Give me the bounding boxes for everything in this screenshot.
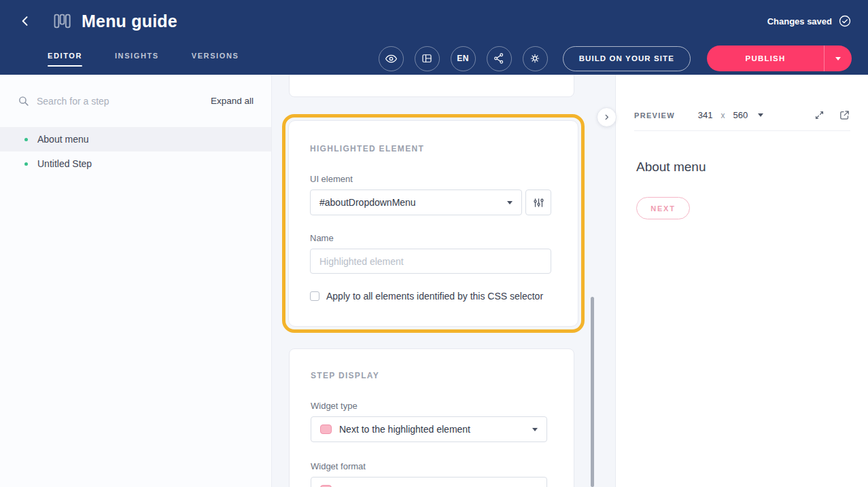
chevron-down-icon bbox=[507, 201, 513, 204]
navbar-actions-row: EDITOR INSIGHTS VERSIONS EN bbox=[16, 42, 852, 75]
preview-eye-button[interactable] bbox=[379, 46, 404, 71]
back-button[interactable] bbox=[16, 12, 34, 30]
open-in-new-window-button[interactable] bbox=[839, 109, 850, 121]
name-label: Name bbox=[310, 233, 551, 243]
widget-type-label: Widget type bbox=[311, 401, 547, 411]
step-list: About menu Untitled Step bbox=[0, 127, 271, 176]
tab-versions[interactable]: VERSIONS bbox=[192, 48, 239, 69]
ui-element-select[interactable]: #aboutDropdownMenu bbox=[310, 190, 522, 215]
previous-settings-card bbox=[289, 75, 574, 97]
chevron-right-icon bbox=[602, 112, 612, 122]
page-title: Menu guide bbox=[82, 12, 177, 31]
step-editor-canvas: HIGHLIGHTED ELEMENT UI element #aboutDro… bbox=[272, 75, 615, 487]
step-item-label: Untitled Step bbox=[37, 158, 92, 169]
search-icon bbox=[18, 95, 29, 107]
layout-button[interactable] bbox=[415, 46, 440, 71]
preview-size-dropdown[interactable]: 341 x 560 bbox=[698, 110, 763, 120]
widget-format-select[interactable] bbox=[311, 477, 547, 487]
tab-insights[interactable]: INSIGHTS bbox=[115, 48, 159, 69]
eye-icon bbox=[385, 52, 398, 65]
dimension-separator: x bbox=[721, 111, 725, 120]
apply-all-row: Apply to all elements identified by this… bbox=[310, 291, 551, 302]
ui-element-row: #aboutDropdownMenu bbox=[310, 190, 551, 215]
widget-format-row bbox=[311, 477, 547, 487]
tab-editor[interactable]: EDITOR bbox=[48, 48, 82, 69]
publish-button-group: PUBLISH bbox=[707, 46, 852, 71]
preview-width-value: 341 bbox=[698, 110, 713, 120]
chevron-down-icon bbox=[835, 57, 841, 60]
share-button[interactable] bbox=[487, 46, 512, 71]
share-icon bbox=[493, 52, 505, 65]
language-button[interactable]: EN bbox=[451, 46, 476, 71]
apply-all-checkbox[interactable] bbox=[310, 291, 319, 301]
section-title: HIGHLIGHTED ELEMENT bbox=[310, 144, 551, 154]
step-list-item-untitled-step[interactable]: Untitled Step bbox=[0, 151, 271, 176]
widget-tooltip-icon bbox=[320, 425, 332, 434]
step-status-dot bbox=[24, 138, 28, 141]
preview-content: About menu NEXT bbox=[616, 131, 868, 219]
highlighted-element-name-input[interactable] bbox=[310, 249, 551, 274]
highlight-ring: HIGHLIGHTED ELEMENT UI element #aboutDro… bbox=[282, 114, 585, 333]
main-body: Expand all About menu Untitled Step HIGH… bbox=[0, 75, 868, 487]
chevron-down-icon bbox=[758, 113, 763, 117]
navbar-title-row: Menu guide Changes saved bbox=[16, 0, 852, 42]
ui-element-label: UI element bbox=[310, 174, 551, 184]
collapse-panel-button[interactable] bbox=[597, 107, 617, 127]
editor-tabs: EDITOR INSIGHTS VERSIONS bbox=[48, 48, 239, 69]
step-item-label: About menu bbox=[37, 134, 89, 145]
publish-button[interactable]: PUBLISH bbox=[707, 46, 824, 71]
publish-dropdown-button[interactable] bbox=[824, 46, 852, 71]
check-circle-icon bbox=[838, 14, 852, 28]
app-logo-icon bbox=[52, 12, 72, 31]
apply-all-label: Apply to all elements identified by this… bbox=[326, 291, 543, 302]
widget-format-label: Widget format bbox=[311, 461, 547, 471]
top-navbar: Menu guide Changes saved EDITOR INSIGHTS… bbox=[0, 0, 868, 75]
external-link-icon bbox=[839, 109, 850, 121]
ui-element-value: #aboutDropdownMenu bbox=[319, 197, 416, 208]
changes-saved-label: Changes saved bbox=[767, 16, 832, 26]
steps-sidebar: Expand all About menu Untitled Step bbox=[0, 75, 272, 487]
widget-type-select[interactable]: Next to the highlighted element bbox=[311, 416, 547, 442]
preview-header-icons bbox=[814, 109, 850, 121]
step-search-row: Expand all bbox=[0, 75, 271, 118]
expand-all-button[interactable]: Expand all bbox=[211, 96, 254, 106]
layout-grid-icon bbox=[421, 52, 433, 65]
editor-scrollbar[interactable] bbox=[591, 297, 594, 487]
widget-type-row: Next to the highlighted element bbox=[311, 416, 547, 442]
preview-height-value: 560 bbox=[733, 110, 748, 120]
search-input[interactable] bbox=[37, 96, 203, 107]
element-selector-settings-button[interactable] bbox=[525, 190, 551, 215]
changes-saved-status: Changes saved bbox=[767, 14, 852, 28]
settings-button[interactable] bbox=[523, 46, 548, 71]
sliders-icon bbox=[533, 197, 544, 209]
chevron-down-icon bbox=[532, 428, 538, 431]
gear-icon bbox=[529, 52, 541, 65]
build-on-your-site-button[interactable]: BUILD ON YOUR SITE bbox=[563, 46, 691, 71]
step-list-item-about-menu[interactable]: About menu bbox=[0, 127, 271, 151]
preview-panel-label: PREVIEW bbox=[634, 111, 675, 120]
widget-type-value: Next to the highlighted element bbox=[339, 424, 470, 435]
app-window: Menu guide Changes saved EDITOR INSIGHTS… bbox=[0, 0, 868, 487]
navbar-action-buttons: EN BUILD ON YOUR SITE PUBLISH bbox=[379, 46, 852, 71]
preview-next-button[interactable]: NEXT bbox=[636, 197, 690, 219]
section-title: STEP DISPLAY bbox=[311, 371, 547, 380]
expand-arrows-icon bbox=[814, 109, 825, 121]
chevron-left-icon bbox=[18, 14, 32, 28]
expand-preview-button[interactable] bbox=[814, 109, 825, 121]
preview-header: PREVIEW 341 x 560 bbox=[634, 100, 850, 131]
preview-step-title: About menu bbox=[636, 160, 868, 175]
preview-panel: PREVIEW 341 x 560 bbox=[615, 75, 868, 487]
step-display-card: STEP DISPLAY Widget type Next to the hig… bbox=[289, 348, 574, 487]
highlighted-element-card: HIGHLIGHTED ELEMENT UI element #aboutDro… bbox=[288, 120, 578, 327]
step-status-dot bbox=[24, 162, 28, 166]
